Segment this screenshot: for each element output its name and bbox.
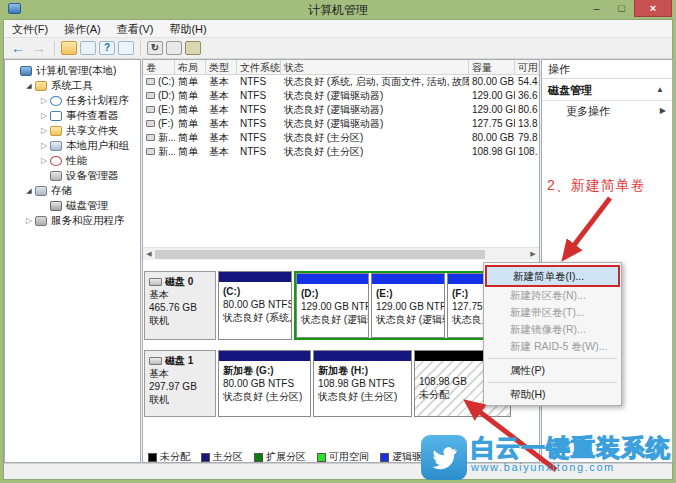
column-header-2[interactable]: 类型 (206, 60, 237, 74)
horizontal-scrollbar[interactable]: ◀ ▶ (143, 247, 539, 260)
column-header-6[interactable]: 可用空间 (515, 60, 539, 74)
table-row[interactable]: 新...简单基本NTFS状态良好 (主分区)80.00 GB79.8 (143, 131, 539, 145)
partition-block[interactable]: (D:)129.00 GB NTFS状态良好 (逻辑驱动器) (296, 273, 369, 338)
tree-item-计算机管理(本地)[interactable]: 计算机管理(本地) (5, 63, 140, 78)
cell-1-4: 状态良好 (逻辑驱动器) (281, 89, 469, 103)
help-icon[interactable]: ? (99, 41, 115, 55)
console-tree-pane: 计算机管理(本地)◢系统工具▷任务计划程序▷事件查看器▷共享文件夹▷本地用户和组… (4, 59, 141, 463)
window-icon[interactable] (80, 41, 96, 55)
menu-item-2[interactable]: 查看(V) (109, 20, 162, 38)
tree-item-任务计划程序[interactable]: ▷任务计划程序 (5, 93, 140, 108)
tree-item-服务和应用程序[interactable]: ▷服务和应用程序 (5, 213, 140, 228)
cell-2-0: (E:) (143, 103, 175, 117)
cell-1-1: 简单 (175, 89, 206, 103)
properties-icon[interactable] (166, 41, 182, 55)
tree-item-性能[interactable]: ▷性能 (5, 153, 140, 168)
cell-4-4: 状态良好 (主分区) (281, 131, 469, 145)
table-row[interactable]: (D:)简单基本NTFS状态良好 (逻辑驱动器)129.00 GB36.6 (143, 89, 539, 103)
column-header-0[interactable]: 卷 (143, 60, 175, 74)
expanded-icon[interactable]: ◢ (24, 78, 34, 93)
legend-item-扩展分区: 扩展分区 (254, 450, 306, 463)
column-header-1[interactable]: 布局 (175, 60, 206, 74)
partition-label: (E:) (376, 287, 440, 300)
tree-item-label: 服务和应用程序 (51, 213, 125, 228)
forward-icon[interactable]: → (30, 40, 48, 56)
device-manager-icon (50, 171, 62, 181)
volume-icon (146, 106, 155, 113)
disk-label-1[interactable]: 磁盘 1基本297.97 GB联机 (144, 350, 216, 417)
cell-2-5: 129.00 GB (469, 103, 515, 117)
actions-pane-title: 操作 (542, 60, 672, 79)
partition-block[interactable]: (E:)129.00 GB NTFS状态良好 (逻辑驱动器) (371, 273, 445, 338)
cell-1-2: 基本 (206, 89, 237, 103)
scrollbar-thumb[interactable] (155, 250, 485, 259)
close-button[interactable]: × (634, 0, 672, 17)
partition-block[interactable]: (C:)80.00 GB NTFS状态良好 (系统, 启动, 页面文件, 活动,… (218, 271, 292, 340)
collapsed-icon[interactable]: ▷ (39, 138, 49, 153)
primary-color-bar (219, 272, 291, 282)
refresh-icon[interactable]: ↻ (147, 41, 163, 55)
scroll-left-icon[interactable]: ◀ (143, 250, 155, 258)
context-menu-item-6[interactable]: 属性(P) (484, 362, 621, 379)
new-window-icon[interactable] (118, 41, 134, 55)
menu-item-0[interactable]: 文件(F) (4, 20, 56, 38)
back-icon[interactable]: ← (9, 40, 27, 56)
step-annotation: 2、新建简单卷 (547, 177, 646, 195)
tree-item-设备管理器[interactable]: 设备管理器 (5, 168, 140, 183)
context-menu-item-8[interactable]: 帮助(H) (484, 386, 621, 403)
export-list-icon[interactable] (185, 41, 201, 55)
collapsed-icon[interactable]: ▷ (39, 93, 49, 108)
partition-block[interactable]: 新加卷 (G:)80.00 GB NTFS状态良好 (主分区) (218, 350, 311, 417)
tree-item-磁盘管理[interactable]: 磁盘管理 (5, 198, 140, 213)
partition-size: 129.00 GB NTFS (376, 300, 440, 313)
volume-list: 卷布局类型文件系统状态容量可用空间(C:)简单基本NTFS状态良好 (系统, 启… (143, 60, 539, 247)
task-scheduler-icon (50, 96, 62, 106)
expanded-icon[interactable]: ◢ (24, 183, 34, 198)
cell-2-4: 状态良好 (逻辑驱动器) (281, 103, 469, 117)
menu-item-3[interactable]: 帮助(H) (161, 20, 214, 38)
table-row[interactable]: (F:)简单基本NTFS状态良好 (逻辑驱动器)127.75 GB13.8 (143, 117, 539, 131)
partition-size: 129.00 GB NTFS (301, 300, 364, 313)
partition-label: 新加卷 (H:) (318, 364, 407, 377)
table-row[interactable]: (E:)简单基本NTFS状态良好 (逻辑驱动器)129.00 GB80.6 (143, 103, 539, 117)
context-menu-item-0[interactable]: 新建简单卷(I)... (487, 267, 618, 285)
table-row[interactable]: 新...简单基本NTFS状态良好 (主分区)108.98 GB108. (143, 145, 539, 159)
tree-item-label: 性能 (66, 153, 87, 168)
collapsed-icon[interactable]: ▷ (39, 108, 49, 123)
partition-block[interactable]: 新加卷 (H:)108.98 GB NTFS状态良好 (主分区) (313, 350, 412, 417)
cell-0-6: 54.4 (515, 75, 539, 89)
actions-section-disk-management[interactable]: 磁盘管理 ▲ (542, 79, 672, 101)
column-header-3[interactable]: 文件系统 (237, 60, 281, 74)
cell-4-6: 79.8 (515, 131, 539, 145)
menu-item-1[interactable]: 操作(A) (56, 20, 109, 38)
partition-status: 状态良好 (主分区) (223, 390, 306, 403)
menu-separator (488, 358, 617, 359)
minimize-button[interactable]: – (584, 0, 609, 17)
tree-item-label: 磁盘管理 (66, 198, 108, 213)
collapsed-icon[interactable]: ▷ (24, 213, 34, 228)
column-header-4[interactable]: 状态 (281, 60, 469, 74)
collapsed-icon[interactable]: ▷ (39, 153, 49, 168)
tree-item-存储[interactable]: ◢存储 (5, 183, 140, 198)
tree-item-本地用户和组[interactable]: ▷本地用户和组 (5, 138, 140, 153)
chevron-right-icon: ▶ (660, 101, 672, 121)
cell-1-6: 36.6 (515, 89, 539, 103)
logical-color-bar (297, 274, 368, 284)
hard-disk-icon (149, 278, 162, 286)
tree-item-事件查看器[interactable]: ▷事件查看器 (5, 108, 140, 123)
more-actions-item[interactable]: 更多操作 ▶ (542, 101, 672, 121)
shared-folders-icon (50, 126, 62, 136)
table-row[interactable]: (C:)简单基本NTFS状态良好 (系统, 启动, 页面文件, 活动, 故障转储… (143, 75, 539, 89)
tree-item-label: 共享文件夹 (66, 123, 119, 138)
collapse-icon[interactable]: ▲ (656, 79, 672, 101)
disk-label-0[interactable]: 磁盘 0基本465.76 GB联机 (144, 271, 216, 340)
column-header-5[interactable]: 容量 (469, 60, 515, 74)
collapsed-icon[interactable]: ▷ (39, 123, 49, 138)
cell-3-6: 13.8 (515, 117, 539, 131)
context-menu-item-4: 新建 RAID-5 卷(W)... (484, 338, 621, 355)
show-console-tree-icon[interactable] (61, 41, 77, 55)
tree-item-系统工具[interactable]: ◢系统工具 (5, 78, 140, 93)
maximize-button[interactable]: □ (609, 0, 634, 17)
tree-item-共享文件夹[interactable]: ▷共享文件夹 (5, 123, 140, 138)
scroll-right-icon[interactable]: ▶ (527, 250, 539, 258)
